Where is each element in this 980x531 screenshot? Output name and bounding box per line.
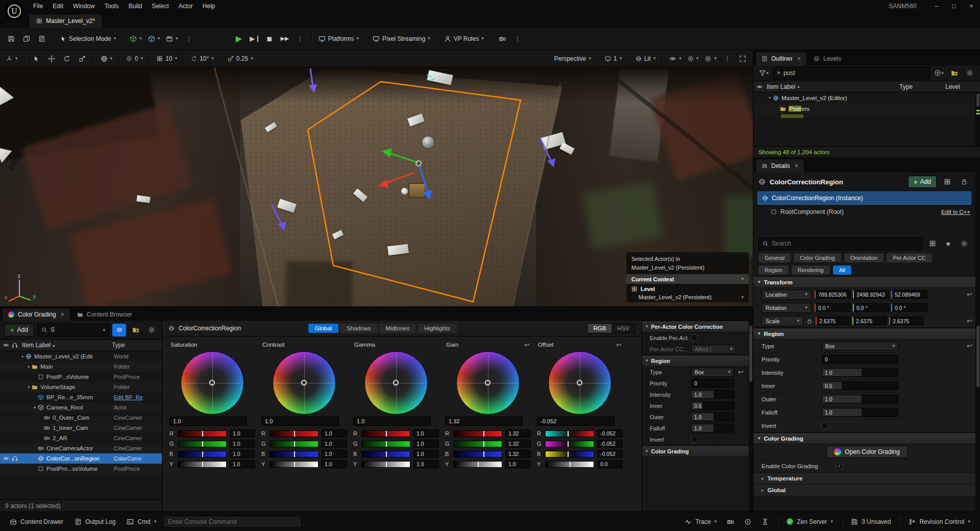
rotation-z-input[interactable]: 0.0 ° bbox=[891, 303, 927, 312]
maximize-button[interactable]: □ bbox=[945, 0, 963, 12]
inner-slider[interactable]: 0.5 bbox=[691, 401, 734, 410]
outer-slider[interactable]: 1.0 bbox=[822, 395, 898, 403]
gamma-r-slider[interactable]: R1.0 bbox=[352, 428, 440, 439]
scrollbar[interactable] bbox=[975, 173, 980, 512]
toolbar-overflow-button[interactable]: ⋮ bbox=[182, 31, 196, 46]
gain-y-slider[interactable]: Y1.0 bbox=[444, 459, 532, 469]
intensity-slider[interactable]: 1.0 bbox=[822, 368, 898, 377]
tree-settings-button[interactable] bbox=[145, 324, 158, 336]
scrollbar[interactable] bbox=[749, 321, 753, 512]
pixel-streaming-dropdown[interactable]: Pixel Streaming ▾ bbox=[370, 31, 433, 46]
menu-select[interactable]: Select bbox=[147, 1, 173, 11]
frame-skip-button[interactable]: ▶ bbox=[247, 31, 261, 46]
region-type-dropdown[interactable]: Box▾ bbox=[691, 368, 734, 377]
unsaved-button[interactable]: 3 Unsaved bbox=[846, 516, 895, 528]
tree-row[interactable]: ▾Master_Level_v2 (EditWorld bbox=[0, 351, 162, 361]
details-view-options-button[interactable] bbox=[941, 176, 953, 188]
region-section-header[interactable]: ▾Region bbox=[642, 355, 749, 367]
revision-control-dropdown[interactable]: Revision Control▾ bbox=[904, 516, 975, 528]
color-grading-section-header[interactable]: ▾Color Grading bbox=[642, 445, 749, 457]
gain-b-slider[interactable]: B1.32 bbox=[444, 449, 532, 459]
tree-row[interactable]: PostPro...ssVolumePostProce bbox=[0, 464, 162, 474]
gain-value-input[interactable]: 1.32 bbox=[445, 417, 523, 426]
tab-shadows[interactable]: Shadows bbox=[340, 324, 377, 333]
filter-chip-all[interactable]: All bbox=[833, 266, 851, 275]
outliner-row-match[interactable]: Posters bbox=[753, 103, 980, 114]
new-folder-button[interactable] bbox=[948, 67, 961, 80]
insights-button[interactable] bbox=[740, 516, 756, 528]
platforms-dropdown[interactable]: Platforms ▾ bbox=[316, 31, 361, 46]
gamma-b-slider[interactable]: B1.0 bbox=[352, 449, 440, 459]
invert-checkbox[interactable] bbox=[691, 436, 698, 443]
content-drawer-button[interactable]: Content Drawer bbox=[5, 516, 68, 528]
select-tool-button[interactable] bbox=[29, 51, 43, 66]
expand-arrow-icon[interactable]: ▾ bbox=[32, 405, 38, 410]
tree-row[interactable]: BP_Re...e_35mmEdit BP_Re bbox=[0, 392, 162, 402]
priority-input[interactable]: 0 bbox=[691, 379, 734, 388]
falloff-slider[interactable]: 1.0 bbox=[822, 408, 898, 417]
tab-content-browser[interactable]: Content Browser bbox=[71, 308, 138, 321]
tab-color-grading[interactable]: Color Grading × bbox=[2, 308, 70, 321]
filter-chip-region[interactable]: Region bbox=[758, 266, 789, 275]
component-row-selected[interactable]: ColorCorrectionRegion (Instance) bbox=[757, 191, 971, 205]
save-button[interactable] bbox=[4, 31, 18, 46]
scale-dropdown[interactable]: Scale▾ bbox=[762, 316, 803, 326]
location-z-input[interactable]: 52.089469 bbox=[891, 290, 927, 299]
rotate-tool-button[interactable] bbox=[60, 51, 74, 66]
add-component-button[interactable]: +Add bbox=[908, 176, 937, 188]
favorites-button[interactable]: ★ bbox=[942, 237, 954, 250]
contrast-r-slider[interactable]: R1.0 bbox=[260, 428, 348, 439]
rotation-dropdown[interactable]: Rotation▾ bbox=[762, 303, 812, 313]
tab-levels[interactable]: Levels bbox=[808, 52, 847, 65]
expand-arrow-icon[interactable]: ▾ bbox=[767, 95, 773, 100]
cmd-dropdown[interactable]: Cmd▾ bbox=[122, 516, 161, 528]
scale-tool-button[interactable] bbox=[75, 51, 89, 66]
console-command-input[interactable] bbox=[163, 516, 302, 528]
root-component-row[interactable]: RootComponent (Root) Edit in C++ bbox=[753, 206, 975, 218]
viewport-kebab-button[interactable]: ⋮ bbox=[720, 51, 734, 66]
enable-per-actor-checkbox[interactable] bbox=[691, 334, 698, 341]
scale-snap-dropdown[interactable]: 0.25▾ bbox=[225, 51, 256, 66]
contrast-wheel[interactable] bbox=[273, 351, 336, 415]
screenshot-button[interactable] bbox=[722, 516, 739, 528]
toolbar-more-button[interactable]: ⋮ bbox=[510, 31, 525, 46]
tree-row[interactable]: PostP...sVolumePostProce bbox=[0, 372, 162, 382]
reset-to-default-icon[interactable]: ↩ bbox=[524, 342, 530, 348]
tree-row[interactable]: 2_ARCineCamer bbox=[0, 433, 162, 443]
outliner-settings-button[interactable] bbox=[963, 67, 976, 80]
reset-to-default-icon[interactable]: ↩ bbox=[738, 369, 744, 375]
wheel-indicator[interactable] bbox=[301, 380, 307, 385]
saturation-b-slider[interactable]: B1.0 bbox=[168, 449, 256, 459]
current-level-dropdown[interactable]: Master_Level_v2 (Persistent)▾ bbox=[626, 293, 749, 300]
open-color-grading-button[interactable]: Open Color Grading bbox=[826, 446, 907, 458]
eject-button[interactable]: ▶▶ bbox=[278, 31, 292, 46]
browse-content-button[interactable] bbox=[19, 31, 34, 46]
contrast-g-slider[interactable]: G1.0 bbox=[260, 439, 348, 449]
display-mode-button[interactable] bbox=[112, 324, 126, 336]
filter-chip-orientation[interactable]: Orientation bbox=[844, 253, 884, 262]
offset-g-slider[interactable]: G-0.052 bbox=[536, 439, 624, 449]
surface-snap-dropdown[interactable]: 0▾ bbox=[124, 51, 145, 66]
tab-details[interactable]: Details × bbox=[755, 159, 804, 173]
eye-icon[interactable] bbox=[3, 342, 9, 348]
offset-value-input[interactable]: -0.052 bbox=[537, 417, 615, 426]
filter-chip-general[interactable]: General bbox=[758, 253, 791, 262]
menu-actor[interactable]: Actor bbox=[174, 1, 198, 11]
location-dropdown[interactable]: Location▾ bbox=[762, 289, 812, 300]
scrollbar[interactable] bbox=[975, 92, 980, 146]
menu-help[interactable]: Help bbox=[198, 1, 220, 11]
perspective-dropdown[interactable]: Perspective▾ bbox=[552, 51, 594, 66]
close-icon[interactable]: × bbox=[797, 55, 801, 62]
invert-checkbox[interactable] bbox=[822, 422, 828, 429]
outliner-search-input[interactable]: × post bbox=[773, 67, 930, 80]
tab-outliner[interactable]: Outliner × bbox=[755, 52, 807, 65]
show-flags-dropdown[interactable]: ▾ bbox=[667, 51, 684, 66]
filter-chip-per-actor-cc[interactable]: Per Actor CC bbox=[887, 253, 932, 262]
close-icon[interactable]: × bbox=[795, 162, 798, 170]
gain-wheel[interactable] bbox=[456, 351, 520, 415]
saturation-value-input[interactable]: 1.0 bbox=[169, 417, 247, 426]
scale-z-input[interactable]: 2.6375 bbox=[889, 317, 924, 325]
wheel-indicator[interactable] bbox=[393, 380, 399, 385]
maximize-viewport-button[interactable] bbox=[736, 51, 750, 66]
expand-arrow-icon[interactable]: ▾ bbox=[26, 385, 32, 390]
